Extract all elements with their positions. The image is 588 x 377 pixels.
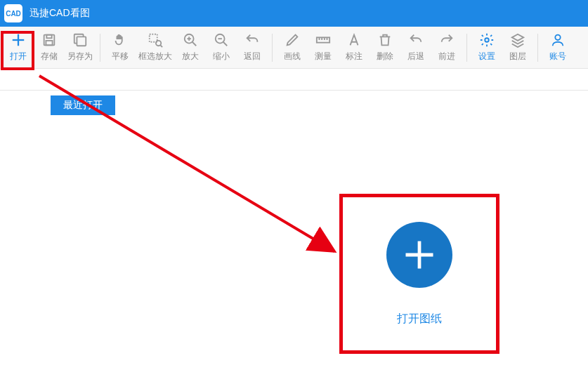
return-label: 返回	[244, 51, 261, 62]
boxzoom-icon	[148, 32, 163, 48]
open-drawing-card[interactable]: 打开图纸	[340, 195, 498, 353]
settings-button[interactable]: 设置	[471, 29, 502, 67]
pencil-icon	[285, 32, 300, 48]
settings-label: 设置	[478, 51, 495, 62]
svg-rect-7	[150, 34, 157, 42]
zoomout-button[interactable]: 缩小	[206, 29, 237, 67]
toolbar: 打开 存储 另存为 平移 框选放大	[0, 27, 588, 69]
toolbar-group-settings: 设置 图层	[471, 27, 533, 68]
delete-label: 删除	[377, 51, 393, 62]
drawline-label: 画线	[284, 51, 301, 62]
redo-button[interactable]: 前进	[431, 29, 462, 67]
gear-icon	[479, 32, 495, 48]
toolbar-separator	[466, 34, 467, 62]
open-drawing-circle	[386, 222, 452, 288]
ruler-icon	[315, 32, 331, 48]
svg-rect-3	[46, 35, 51, 39]
undo-button[interactable]: 后退	[400, 29, 431, 67]
svg-line-9	[160, 45, 162, 47]
hand-icon	[112, 32, 128, 48]
svg-point-22	[485, 38, 489, 42]
open-label: 打开	[10, 51, 27, 62]
account-button[interactable]: 账号	[542, 29, 573, 67]
undo-icon	[408, 32, 424, 48]
boxzoom-label: 框选放大	[138, 51, 172, 62]
drawline-button[interactable]: 画线	[277, 29, 308, 67]
undo-label: 后退	[407, 51, 424, 62]
annotate-button[interactable]: 标注	[339, 29, 370, 67]
zoomout-icon	[214, 32, 229, 48]
svg-point-8	[156, 41, 161, 46]
delete-button[interactable]: 删除	[370, 29, 400, 67]
pan-label: 平移	[112, 51, 129, 62]
redo-label: 前进	[438, 51, 455, 62]
zoomout-label: 缩小	[213, 51, 230, 62]
save-icon	[41, 32, 57, 48]
toolbar-group-file: 打开 存储 另存为	[3, 27, 96, 68]
layers-icon	[510, 32, 525, 48]
svg-point-23	[555, 35, 560, 40]
toolbar-separator	[537, 34, 538, 62]
saveas-label: 另存为	[67, 51, 93, 62]
saveas-button[interactable]: 另存为	[65, 29, 96, 67]
plus-icon	[11, 32, 26, 48]
zoomin-button[interactable]: 放大	[175, 29, 206, 67]
toolbar-group-account: 账号	[542, 27, 573, 68]
zoomin-label: 放大	[182, 51, 199, 62]
svg-rect-4	[46, 41, 52, 45]
layers-label: 图层	[509, 51, 526, 62]
open-drawing-label: 打开图纸	[397, 312, 442, 326]
redo-icon	[439, 32, 455, 48]
toolbar-group-annotate: 画线 测量 标注 删除 后退	[277, 27, 462, 68]
content-area: 最近打开 打开图纸	[0, 69, 588, 377]
user-icon	[550, 32, 566, 48]
saveas-icon	[72, 32, 88, 48]
toolbar-separator	[272, 34, 273, 62]
svg-line-15	[223, 42, 228, 46]
zoomin-icon	[183, 32, 198, 48]
plus-large-icon	[401, 237, 438, 273]
boxzoom-button[interactable]: 框选放大	[136, 29, 175, 67]
trash-icon	[377, 32, 393, 48]
measure-button[interactable]: 测量	[308, 29, 339, 67]
svg-rect-6	[77, 37, 86, 46]
return-button[interactable]: 返回	[237, 29, 268, 67]
text-a-icon	[346, 32, 362, 48]
pan-button[interactable]: 平移	[105, 29, 136, 67]
layers-button[interactable]: 图层	[502, 29, 533, 67]
app-icon: CAD	[4, 4, 22, 22]
annotate-label: 标注	[346, 51, 362, 62]
save-button[interactable]: 存储	[34, 29, 65, 67]
return-icon	[244, 32, 260, 48]
toolbar-separator	[100, 34, 100, 62]
open-button[interactable]: 打开	[3, 29, 34, 67]
svg-line-11	[192, 42, 197, 46]
content-divider	[0, 90, 588, 91]
titlebar: CAD 迅捷CAD看图	[0, 0, 588, 27]
account-label: 账号	[549, 51, 566, 62]
toolbar-group-view: 平移 框选放大 放大 缩小 返回	[105, 27, 268, 68]
recent-tab[interactable]: 最近打开	[51, 95, 115, 115]
save-label: 存储	[41, 51, 58, 62]
app-title: 迅捷CAD看图	[30, 7, 90, 20]
measure-label: 测量	[315, 51, 332, 62]
